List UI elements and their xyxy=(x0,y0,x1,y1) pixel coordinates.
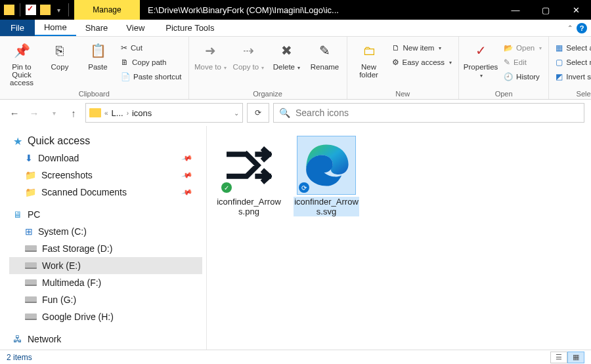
file-item-png[interactable]: ✓ iconfinder_Arrows.png xyxy=(216,136,282,216)
sidebar-drive-g[interactable]: Fun (G:) xyxy=(9,291,202,308)
rename-icon: ✎ xyxy=(315,41,335,60)
refresh-button[interactable]: ⟳ xyxy=(247,103,269,123)
sidebar-drive-d[interactable]: Fast Storage (D:) xyxy=(9,240,202,257)
recent-locations-button[interactable]: ▾ xyxy=(46,105,62,121)
folder-icon: 📁 xyxy=(25,170,36,180)
rename-button[interactable]: ✎ Rename xyxy=(307,39,343,71)
label: Easy access xyxy=(403,58,445,66)
contextual-tab-manage[interactable]: Manage xyxy=(74,0,140,20)
edit-button[interactable]: ✎Edit xyxy=(501,55,544,70)
ribbon-group-clipboard: 📌 Pin to Quick access ⎘ Copy 📋 Paste ✂Cu… xyxy=(0,37,189,99)
new-folder-icon: 🗀 xyxy=(359,41,379,60)
select-all-button[interactable]: ▦Select all xyxy=(553,41,591,55)
label: Move to xyxy=(194,63,221,71)
quick-access-toolbar: ▾ xyxy=(0,0,74,20)
select-all-icon: ▦ xyxy=(556,43,563,52)
sidebar-item-download[interactable]: ⬇Download📌 xyxy=(9,150,202,167)
easy-access-button[interactable]: ⚙Easy access▾ xyxy=(389,55,455,70)
chevron-down-icon: ▾ xyxy=(449,60,452,66)
tab-share[interactable]: Share xyxy=(76,20,118,36)
label: Quick access xyxy=(28,135,90,147)
status-bar: 2 items ☰ ▦ xyxy=(0,350,591,364)
sidebar-drive-h[interactable]: Google Drive (H:) xyxy=(9,308,202,325)
label: Rename xyxy=(311,63,339,71)
new-folder-button[interactable]: 🗀 New folder xyxy=(351,39,387,79)
select-none-button[interactable]: ▢Select none xyxy=(553,55,591,70)
ribbon-group-open: ✓ Properties ▾ 📂Open▾ ✎Edit 🕘History Ope… xyxy=(459,37,549,99)
help-icon[interactable]: ? xyxy=(577,23,587,33)
thumbnail: ⟳ xyxy=(297,136,355,194)
pin-to-quick-access-button[interactable]: 📌 Pin to Quick access xyxy=(4,39,39,87)
manage-label: Manage xyxy=(93,5,121,14)
file-name: iconfinder_Arrows.png xyxy=(216,197,282,216)
navigation-bar: ← → ▾ ↑ « L... › icons ⌄ ⟳ 🔍 Search icon… xyxy=(0,100,591,126)
properties-button[interactable]: ✓ Properties ▾ xyxy=(463,39,498,79)
open-icon: 📂 xyxy=(504,43,513,52)
scissors-icon: ✂ xyxy=(121,43,127,52)
sidebar-network[interactable]: 🖧Network xyxy=(9,331,202,348)
file-list[interactable]: ✓ iconfinder_Arrows.png ⟳ iconfinder_Arr… xyxy=(207,126,591,350)
chevron-right-icon[interactable]: « xyxy=(104,110,108,117)
paste-button[interactable]: 📋 Paste xyxy=(80,39,116,71)
drive-icon xyxy=(25,279,37,286)
tab-home[interactable]: Home xyxy=(35,20,76,36)
tab-picture-tools[interactable]: Picture Tools xyxy=(156,20,223,36)
sidebar-drive-f[interactable]: Multimeda (F:) xyxy=(9,274,202,291)
label: Copy to xyxy=(233,63,259,71)
sidebar-item-scanned-documents[interactable]: 📁Scanned Documents📌 xyxy=(9,184,202,201)
new-folder-icon[interactable] xyxy=(40,5,51,15)
search-icon: 🔍 xyxy=(279,108,290,118)
history-button[interactable]: 🕘History xyxy=(501,70,544,84)
tab-strip: File Home Share View Picture Tools ⌃ ? xyxy=(0,20,591,37)
label: Paste shortcut xyxy=(133,73,182,81)
back-button[interactable]: ← xyxy=(7,105,22,121)
maximize-button[interactable]: ▢ xyxy=(531,0,561,20)
file-tab[interactable]: File xyxy=(0,20,35,36)
collapse-ribbon-icon[interactable]: ⌃ xyxy=(567,24,573,31)
move-to-button[interactable]: ➜ Move to ▾ xyxy=(193,39,229,71)
label: Copy path xyxy=(132,58,166,66)
delete-button[interactable]: ✖ Delete ▾ xyxy=(269,39,305,71)
invert-selection-button[interactable]: ◩Invert selection xyxy=(553,70,591,84)
up-button[interactable]: ↑ xyxy=(66,105,81,121)
label: Cut xyxy=(131,44,142,52)
sidebar-item-screenshots[interactable]: 📁Screenshots📌 xyxy=(9,167,202,184)
ribbon-group-organize: ➜ Move to ▾ ⇢ Copy to ▾ ✖ Delete ▾ ✎ Ren… xyxy=(189,37,347,99)
label: Fast Storage (D:) xyxy=(42,243,112,254)
breadcrumb[interactable]: icons xyxy=(132,108,152,118)
minimize-button[interactable]: — xyxy=(500,0,531,20)
label: Properties xyxy=(464,63,498,71)
sidebar-quick-access[interactable]: ★Quick access xyxy=(9,132,202,150)
sidebar-drive-c[interactable]: ⊞System (C:) xyxy=(9,223,202,240)
icons-view-button[interactable]: ▦ xyxy=(567,352,584,363)
chevron-right-icon[interactable]: › xyxy=(127,110,129,117)
new-item-button[interactable]: 🗋New item▾ xyxy=(389,41,455,55)
properties-icon[interactable] xyxy=(26,5,36,15)
label: Edit xyxy=(514,58,527,66)
chevron-down-icon: ▾ xyxy=(260,65,264,71)
sidebar-drive-e[interactable]: Work (E:) xyxy=(9,257,202,274)
chevron-down-icon: ▾ xyxy=(480,73,483,79)
label: Google Drive (H:) xyxy=(42,312,114,322)
copy-to-button[interactable]: ⇢ Copy to ▾ xyxy=(231,39,267,71)
paste-shortcut-button[interactable]: 📄Paste shortcut xyxy=(118,70,185,84)
details-view-button[interactable]: ☰ xyxy=(550,352,567,363)
copy-path-button[interactable]: 🗎Copy path xyxy=(118,55,185,70)
chevron-down-icon: ▾ xyxy=(223,65,227,71)
address-bar[interactable]: « L... › icons ⌄ xyxy=(85,103,243,123)
tab-view[interactable]: View xyxy=(117,20,154,36)
copy-button[interactable]: ⎘ Copy xyxy=(42,39,77,71)
sidebar-this-pc[interactable]: 🖥PC xyxy=(9,206,202,223)
open-button[interactable]: 📂Open▾ xyxy=(501,41,544,55)
breadcrumb[interactable]: L... xyxy=(112,108,123,118)
close-button[interactable]: ✕ xyxy=(561,0,591,20)
chevron-down-icon[interactable]: ⌄ xyxy=(234,110,239,117)
separator xyxy=(20,3,20,16)
forward-button[interactable]: → xyxy=(26,105,42,121)
cut-button[interactable]: ✂Cut xyxy=(118,41,185,55)
folder-icon[interactable] xyxy=(4,5,14,15)
qat-dropdown-icon[interactable]: ▾ xyxy=(55,7,63,14)
file-item-svg[interactable]: ⟳ iconfinder_Arrows.svg xyxy=(294,136,359,216)
label: System (C:) xyxy=(38,226,87,237)
search-box[interactable]: 🔍 Search icons xyxy=(273,103,584,123)
